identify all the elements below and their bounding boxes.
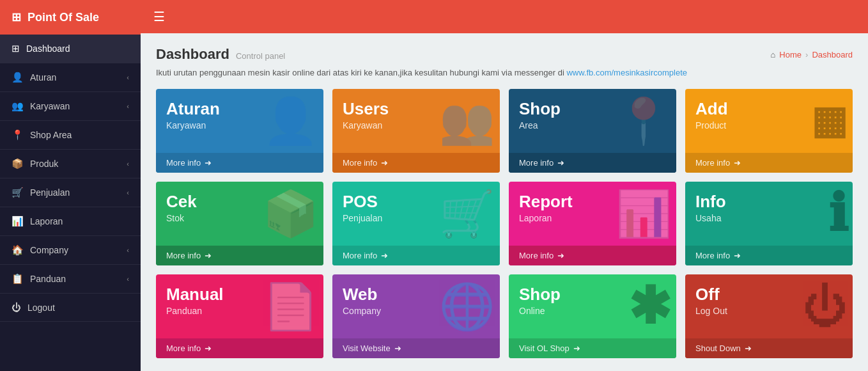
card-footer-pos[interactable]: More info ➜: [332, 246, 500, 265]
card-footer-label-shop: More info: [519, 158, 554, 168]
card-title-off: Off: [695, 285, 842, 304]
sidebar-item-label-penjualan: Penjualan: [30, 187, 70, 198]
card-footer-arrow-manual: ➜: [205, 343, 212, 353]
chevron-icon-company: ‹: [127, 246, 129, 254]
sidebar-item-label-logout: Logout: [27, 303, 55, 313]
sidebar-item-icon-aturan: 👤: [12, 72, 24, 83]
card-title-pos: POS: [343, 192, 490, 212]
sidebar-item-left: 📍 Shop Area: [12, 129, 72, 141]
sidebar-item-icon-logout: ⏻: [12, 302, 21, 313]
card-add[interactable]: Add Product ▦ More info ➜: [685, 89, 853, 173]
card-title-cek: Cek: [166, 192, 313, 212]
card-sub-aturan: Karyawan: [166, 120, 313, 130]
card-sub-off: Log Out: [695, 306, 842, 316]
card-pos[interactable]: POS Penjualan 🛒 More info ➜: [332, 182, 500, 265]
card-body-off: Off Log Out ⏻: [685, 274, 853, 338]
sidebar-item-label-laporan: Laporan: [30, 216, 63, 226]
card-manual[interactable]: Manual Panduan 📄 More info ➜: [156, 274, 323, 358]
card-aturan[interactable]: Aturan Karyawan 👤 More info ➜: [156, 89, 323, 173]
card-footer-report[interactable]: More info ➜: [509, 246, 676, 265]
sidebar-item-left: 📦 Produk: [12, 158, 58, 170]
card-title-manual: Manual: [166, 285, 313, 304]
breadcrumb-home[interactable]: Home: [779, 50, 802, 59]
card-body-web: Web Company 🌐: [332, 274, 500, 338]
card-title-info: Info: [695, 192, 842, 212]
card-body-shop-online: Shop Online ✱: [509, 274, 676, 338]
page-header: Dashboard Control panel ⌂ Home › Dashboa…: [156, 46, 853, 63]
sidebar-item-aturan[interactable]: 👤 Aturan ‹: [0, 63, 141, 92]
breadcrumb-current: Dashboard: [812, 50, 853, 59]
page-title: Dashboard: [156, 46, 229, 63]
chevron-icon-karyawan: ‹: [127, 102, 129, 110]
main-content: ☰ Dashboard Control panel ⌂ Home › Dashb…: [141, 0, 868, 371]
card-shop[interactable]: Shop Area 📍 More info ➜: [509, 89, 676, 173]
page-title-area: Dashboard Control panel: [156, 46, 285, 63]
card-footer-label-add: More info: [695, 158, 730, 168]
card-footer-users[interactable]: More info ➜: [332, 153, 500, 173]
card-footer-label-web: Visit Website: [343, 343, 391, 353]
sidebar-item-produk[interactable]: 📦 Produk ‹: [0, 150, 141, 178]
card-footer-shop[interactable]: More info ➜: [509, 153, 676, 173]
card-sub-cek: Stok: [166, 213, 313, 223]
card-sub-shop: Area: [519, 120, 666, 130]
sidebar-item-company[interactable]: 🏠 Company ‹: [0, 236, 141, 265]
card-info[interactable]: Info Usaha ℹ More info ➜: [685, 182, 853, 265]
sidebar-item-icon-laporan: 📊: [12, 216, 24, 227]
card-footer-label-users: More info: [343, 158, 377, 168]
card-footer-label-cek: More info: [166, 251, 201, 260]
sidebar-item-label-company: Company: [30, 245, 68, 255]
card-cek[interactable]: Cek Stok 📦 More info ➜: [156, 182, 323, 265]
sidebar-item-laporan[interactable]: 📊 Laporan: [0, 207, 141, 236]
sidebar-item-icon-dashboard: ⊞: [12, 43, 20, 54]
card-footer-cek[interactable]: More info ➜: [156, 246, 323, 265]
card-title-users: Users: [343, 99, 490, 119]
card-footer-off[interactable]: Shout Down ➜: [685, 338, 853, 358]
card-body-cek: Cek Stok 📦: [156, 182, 323, 246]
card-footer-label-info: More info: [695, 251, 730, 260]
sidebar-nav: ⊞ Dashboard 👤 Aturan ‹ 👥 Karyawan ‹ 📍 Sh…: [0, 35, 141, 322]
sidebar-item-icon-karyawan: 👥: [12, 100, 24, 112]
sidebar-title: Point Of Sale: [27, 11, 99, 24]
breadcrumb-separator: ›: [805, 50, 808, 59]
sidebar-item-label-shop-area: Shop Area: [30, 130, 72, 140]
card-footer-shop-online[interactable]: Visit OL Shop ➜: [509, 338, 676, 358]
card-report[interactable]: Report Laporan 📊 More info ➜: [509, 182, 676, 265]
sidebar-item-penjualan[interactable]: 🛒 Penjualan ‹: [0, 178, 141, 207]
card-shop-online[interactable]: Shop Online ✱ Visit OL Shop ➜: [509, 274, 676, 358]
card-footer-aturan[interactable]: More info ➜: [156, 153, 323, 173]
sidebar-item-shop-area[interactable]: 📍 Shop Area: [0, 121, 141, 150]
card-footer-arrow-report: ➜: [557, 251, 564, 260]
hamburger-menu-button[interactable]: ☰: [153, 9, 165, 24]
card-footer-web[interactable]: Visit Website ➜: [332, 338, 500, 358]
sidebar-header: ⊞ Point Of Sale: [0, 0, 141, 35]
card-footer-arrow-off: ➜: [745, 343, 752, 353]
sidebar-item-dashboard[interactable]: ⊞ Dashboard: [0, 35, 141, 63]
sidebar-item-icon-panduan: 📋: [12, 273, 24, 285]
card-footer-arrow-cek: ➜: [205, 251, 212, 260]
card-body-report: Report Laporan 📊: [509, 182, 676, 246]
sidebar-item-left: 👤 Aturan: [12, 72, 56, 83]
card-body-shop: Shop Area 📍: [509, 89, 676, 153]
chevron-icon-aturan: ‹: [127, 74, 129, 81]
sidebar-item-panduan[interactable]: 📋 Panduan ‹: [0, 265, 141, 294]
sidebar-item-icon-produk: 📦: [12, 158, 24, 170]
sidebar-item-logout[interactable]: ⏻ Logout: [0, 294, 141, 322]
card-footer-arrow-web: ➜: [394, 343, 401, 353]
sidebar-item-karyawan[interactable]: 👥 Karyawan ‹: [0, 92, 141, 121]
card-body-manual: Manual Panduan 📄: [156, 274, 323, 338]
card-footer-info[interactable]: More info ➜: [685, 246, 853, 265]
card-off[interactable]: Off Log Out ⏻ Shout Down ➜: [685, 274, 853, 358]
sidebar-item-left: ⏻ Logout: [12, 302, 55, 313]
card-footer-label-shop-online: Visit OL Shop: [519, 343, 570, 353]
card-users[interactable]: Users Karyawan 👥 More info ➜: [332, 89, 500, 173]
card-footer-label-manual: More info: [166, 343, 201, 353]
card-sub-manual: Panduan: [166, 306, 313, 316]
card-footer-label-aturan: More info: [166, 158, 201, 168]
card-footer-manual[interactable]: More info ➜: [156, 338, 323, 358]
card-web[interactable]: Web Company 🌐 Visit Website ➜: [332, 274, 500, 358]
card-title-add: Add: [695, 99, 842, 119]
card-footer-add[interactable]: More info ➜: [685, 153, 853, 173]
card-footer-arrow-info: ➜: [734, 251, 741, 260]
info-link[interactable]: www.fb.com/mesinkasircomplete: [566, 68, 687, 77]
card-footer-arrow-shop-online: ➜: [573, 343, 580, 353]
